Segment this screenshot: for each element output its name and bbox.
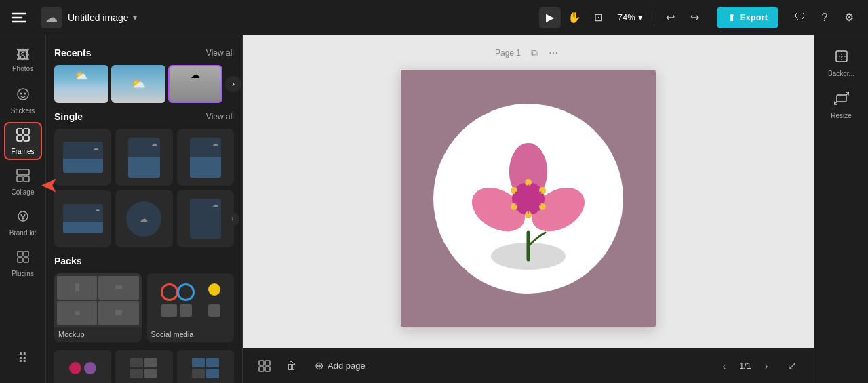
frames-icon <box>16 127 31 146</box>
bottom-pack-item-1[interactable] <box>54 350 111 383</box>
export-button[interactable]: ⬆ Export <box>717 7 778 28</box>
frame-tool-button[interactable] <box>254 355 275 377</box>
brand-icon <box>16 209 31 227</box>
flower-circle <box>433 104 623 294</box>
recents-row: ⛅ ☁ › <box>54 65 234 103</box>
background-icon <box>834 49 849 67</box>
design-canvas[interactable] <box>401 70 656 327</box>
red-arrow-indicator: ➤ <box>42 174 58 197</box>
zoom-control[interactable]: 74% ▾ <box>612 12 648 22</box>
main-area: 🖼 Photos Stickers <box>0 35 868 383</box>
sidebar-item-frames[interactable]: Frames <box>4 122 42 160</box>
settings-button[interactable]: ⚙ <box>838 7 860 28</box>
stickers-label: Stickers <box>11 107 35 115</box>
export-label: Export <box>740 12 768 22</box>
svg-point-5 <box>24 92 26 94</box>
frame-item-2[interactable]: ☁ <box>115 129 172 186</box>
sidebar-item-stickers[interactable]: Stickers <box>4 81 42 119</box>
pack-social-label: Social media <box>147 327 235 342</box>
flower-svg <box>460 124 596 273</box>
photos-label: Photos <box>12 65 33 73</box>
bottom-pack-item-3[interactable] <box>177 350 234 383</box>
recents-view-all[interactable]: View all <box>206 48 234 58</box>
toolbar-divider <box>654 9 654 26</box>
svg-rect-46 <box>837 95 846 102</box>
bottom-pack-row <box>54 350 234 383</box>
page-copy-button[interactable]: ⧉ <box>526 45 542 61</box>
svg-rect-7 <box>24 129 29 134</box>
svg-rect-12 <box>24 176 29 182</box>
right-panel: Backgr... Resize <box>814 35 868 383</box>
single-header: Single View all <box>54 111 234 122</box>
frames-next-arrow[interactable]: › <box>226 212 239 226</box>
frame-item-1[interactable]: ☁ <box>54 129 111 186</box>
frame-item-4[interactable]: ☁ <box>54 190 111 247</box>
sidebar-item-more[interactable]: ⠿ <box>4 340 42 378</box>
add-page-label: Add page <box>328 361 366 371</box>
svg-rect-15 <box>18 251 22 256</box>
resize-panel-button[interactable]: Resize <box>820 85 863 125</box>
page-label: Page 1 <box>495 48 521 58</box>
frames-grid-row2: ☁ ☁ ☁ › <box>54 190 234 247</box>
recent-item-1[interactable] <box>54 65 108 103</box>
hand-tool-button[interactable]: ✋ <box>564 7 585 28</box>
svg-point-4 <box>20 92 22 94</box>
packs-grid: Mockup Social media <box>54 273 234 342</box>
canvas-area: Page 1 ⧉ ⋯ <box>243 35 814 383</box>
frames-grid-row1: ☁ ☁ ☁ <box>54 129 234 186</box>
fullscreen-button[interactable]: ⤢ <box>781 355 803 377</box>
single-view-all[interactable]: View all <box>206 112 234 121</box>
plugins-label: Plugins <box>12 270 34 277</box>
shield-button[interactable]: 🛡 <box>789 7 811 28</box>
bottom-pack-item-2[interactable] <box>115 350 172 383</box>
canvas-background[interactable]: Page 1 ⧉ ⋯ <box>243 35 814 348</box>
layout-tool-button[interactable]: ⊡ <box>588 7 610 28</box>
svg-rect-18 <box>24 258 28 262</box>
recent-item-3[interactable]: ☁ <box>168 65 222 103</box>
background-label: Backgr... <box>828 70 854 77</box>
background-panel-button[interactable]: Backgr... <box>820 43 863 83</box>
sidebar-item-collage[interactable]: Collage <box>4 163 42 201</box>
nav-sidebar: 🖼 Photos Stickers <box>0 35 46 383</box>
recent-item-2[interactable]: ⛅ <box>111 65 165 103</box>
export-icon: ⬆ <box>728 12 736 23</box>
svg-rect-6 <box>17 129 22 134</box>
cursor-tool-button[interactable]: ▶ <box>539 7 561 28</box>
recents-next-arrow[interactable]: › <box>225 76 241 92</box>
collage-label: Collage <box>12 188 35 196</box>
brand-label: Brand kit <box>9 229 36 237</box>
page-prev-button[interactable]: ‹ <box>715 357 734 376</box>
app-logo[interactable] <box>8 7 30 28</box>
cloud-save-button[interactable]: ☁ <box>41 7 62 28</box>
sidebar-item-brand[interactable]: Brand kit <box>4 203 42 241</box>
svg-rect-40 <box>265 361 270 365</box>
pack-mockup-label: Mockup <box>54 327 142 342</box>
svg-rect-9 <box>24 136 29 141</box>
sidebar-item-plugins[interactable]: Plugins <box>4 244 42 282</box>
svg-rect-10 <box>17 169 29 175</box>
recents-title: Recents <box>54 47 91 58</box>
add-page-icon: ⊕ <box>315 359 323 372</box>
pack-social-media[interactable]: Social media <box>147 273 235 342</box>
page-more-button[interactable]: ⋯ <box>545 45 561 61</box>
document-title-area[interactable]: Untitled image ▾ <box>68 12 137 23</box>
photos-icon: 🖼 <box>16 47 30 63</box>
page-navigation: ‹ 1/1 › ⤢ <box>715 355 803 377</box>
page-next-button[interactable]: › <box>757 357 776 376</box>
help-button[interactable]: ? <box>814 7 835 28</box>
add-page-button[interactable]: ⊕ Add page <box>308 355 372 376</box>
svg-rect-17 <box>18 258 22 262</box>
redo-button[interactable]: ↪ <box>684 7 706 28</box>
svg-rect-39 <box>259 361 264 365</box>
packs-title: Packs <box>54 256 81 266</box>
collage-icon <box>16 168 31 186</box>
delete-button[interactable]: 🗑 <box>281 355 302 377</box>
sidebar-item-photos[interactable]: 🖼 Photos <box>4 41 42 79</box>
frame-item-3[interactable]: ☁ <box>177 129 234 186</box>
svg-rect-11 <box>17 176 22 182</box>
toolbar: ▶ ✋ ⊡ 74% ▾ ↩ ↪ <box>539 7 706 28</box>
frame-item-5[interactable]: ☁ <box>115 190 172 247</box>
undo-button[interactable]: ↩ <box>660 7 682 28</box>
pack-mockup[interactable]: Mockup <box>54 273 142 342</box>
page-counter: 1/1 <box>739 361 751 371</box>
